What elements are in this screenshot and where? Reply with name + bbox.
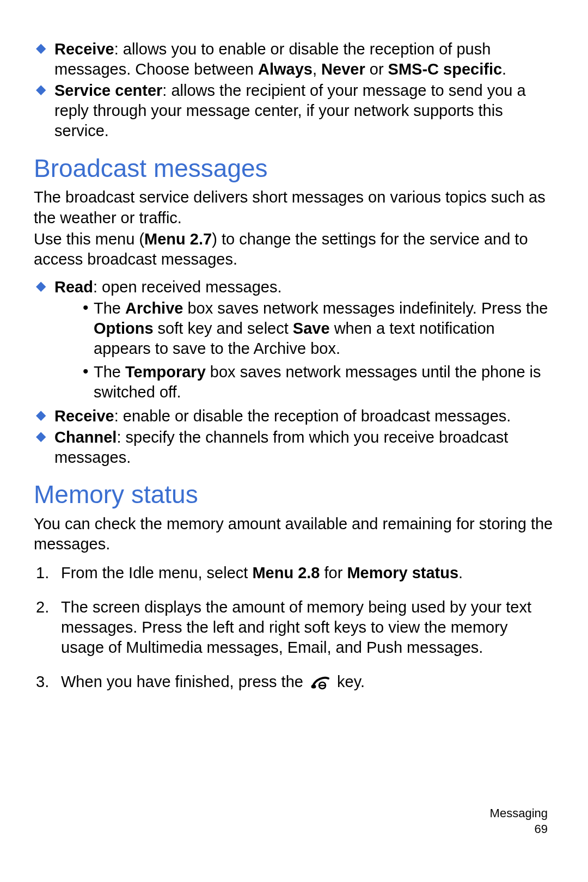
bullet-service-center: Service center: allows the recipient of … xyxy=(34,81,554,141)
page-footer: Messaging 69 xyxy=(490,805,548,837)
broadcast-intro1: The broadcast service delivers short mes… xyxy=(34,187,554,228)
memory-steps: From the Idle menu, select Menu 2.8 for … xyxy=(34,563,554,696)
term: Receive xyxy=(54,40,114,58)
end-call-key-icon xyxy=(310,674,330,695)
bullet-receive2: Receive: enable or disable the reception… xyxy=(34,406,554,426)
broadcast-intro2: Use this menu (Menu 2.7) to change the s… xyxy=(34,229,554,270)
bullet-read: Read: open received messages. The Archiv… xyxy=(34,277,554,403)
step-3: When you have finished, press the key. xyxy=(34,672,554,695)
term: Read xyxy=(54,278,93,296)
footer-section: Messaging xyxy=(490,805,548,822)
step-1: From the Idle menu, select Menu 2.8 for … xyxy=(34,563,554,583)
bullet-channel: Channel: specify the channels from which… xyxy=(34,427,554,468)
text: : enable or disable the reception of bro… xyxy=(114,407,511,425)
text: : specify the channels from which you re… xyxy=(54,428,508,466)
read-sub-list: The Archive box saves network messages i… xyxy=(54,298,554,403)
bullet-receive: Receive: allows you to enable or disable… xyxy=(34,39,554,79)
memory-intro: You can check the memory amount availabl… xyxy=(34,514,554,554)
heading-memory: Memory status xyxy=(34,479,554,511)
text: : open received messages. xyxy=(93,278,282,296)
broadcast-bullet-list: Read: open received messages. The Archiv… xyxy=(34,277,554,468)
footer-page-num: 69 xyxy=(490,821,548,837)
step-2: The screen displays the amount of memory… xyxy=(34,597,554,658)
heading-broadcast: Broadcast messages xyxy=(34,152,554,185)
term: Service center xyxy=(54,82,162,99)
term: Channel xyxy=(54,428,117,446)
term: Receive xyxy=(54,407,114,425)
sub-archive: The Archive box saves network messages i… xyxy=(54,298,554,359)
svg-point-0 xyxy=(311,685,316,689)
top-bullet-list: Receive: allows you to enable or disable… xyxy=(34,39,554,142)
sub-temporary: The Temporary box saves network messages… xyxy=(54,362,554,402)
